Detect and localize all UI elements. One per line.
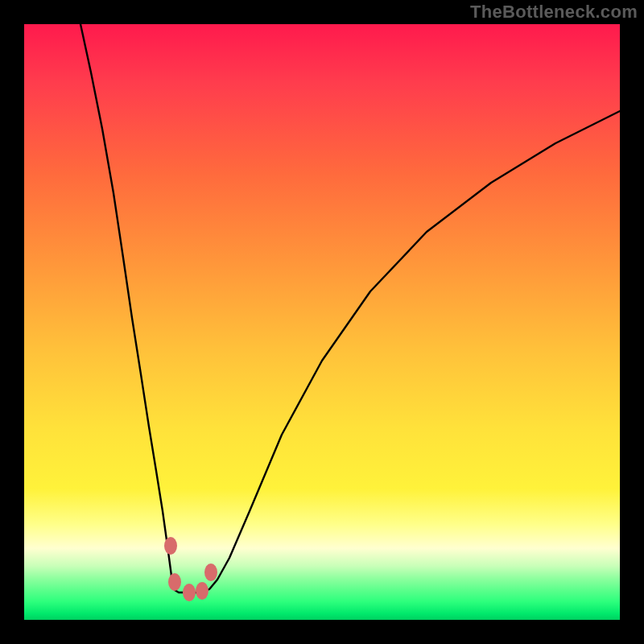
watermark-text: TheBottleneck.com <box>470 2 638 23</box>
chart-frame: TheBottleneck.com <box>0 0 644 644</box>
marker-dot <box>164 537 177 555</box>
marker-dots <box>164 537 217 601</box>
marker-dot <box>196 582 208 600</box>
marker-dot <box>183 584 196 601</box>
plot-area <box>24 24 620 620</box>
curve-right <box>193 111 620 592</box>
marker-dot <box>204 564 217 581</box>
curve-left <box>80 24 193 592</box>
curve-svg <box>24 24 620 620</box>
marker-dot <box>168 573 181 591</box>
